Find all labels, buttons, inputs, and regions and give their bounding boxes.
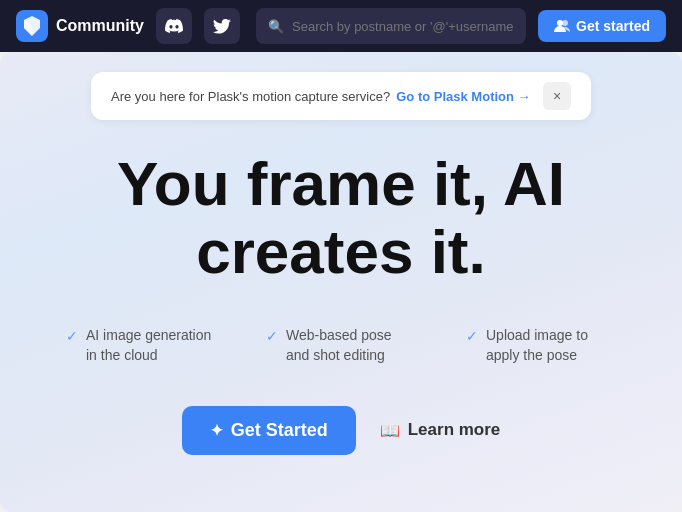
book-icon: 📖 [380,421,400,440]
users-icon [554,18,570,34]
close-icon: × [553,88,561,104]
feature-item-1: ✓ AI image generation in the cloud [66,326,216,365]
hero-line2: creates it. [196,217,486,286]
check-icon-3: ✓ [466,328,478,344]
banner-close-button[interactable]: × [543,82,571,110]
get-started-nav-button[interactable]: Get started [538,10,666,42]
search-bar[interactable]: 🔍 [256,8,526,44]
hero-heading: You frame it, AI creates it. [117,150,565,286]
banner-link[interactable]: Go to Plask Motion → [396,89,530,104]
feature-item-3: ✓ Upload image to apply the pose [466,326,616,365]
feature-text-1: AI image generation in the cloud [86,326,216,365]
motion-capture-banner: Are you here for Plask's motion capture … [91,72,591,120]
get-started-nav-label: Get started [576,18,650,34]
feature-text-2: Web-based pose and shot editing [286,326,416,365]
banner-text: Are you here for Plask's motion capture … [111,89,531,104]
sparkle-icon: ✦ [210,421,223,440]
logo: Community [16,10,144,42]
discord-button[interactable] [156,8,192,44]
feature-item-2: ✓ Web-based pose and shot editing [266,326,416,365]
learn-more-button[interactable]: 📖 Learn more [380,420,501,440]
site-title: Community [56,17,144,35]
hero-line1: You frame it, AI [117,149,565,218]
get-started-main-button[interactable]: ✦ Get Started [182,406,356,455]
hero-section: Are you here for Plask's motion capture … [0,52,682,512]
banner-question: Are you here for Plask's motion capture … [111,89,390,104]
twitter-button[interactable] [204,8,240,44]
svg-point-2 [562,20,568,26]
check-icon-2: ✓ [266,328,278,344]
learn-more-label: Learn more [408,420,501,440]
navbar: Community 🔍 Get started [0,0,682,52]
features-list: ✓ AI image generation in the cloud ✓ Web… [66,326,616,365]
search-icon: 🔍 [268,19,284,34]
check-icon-1: ✓ [66,328,78,344]
feature-text-3: Upload image to apply the pose [486,326,616,365]
search-input[interactable] [292,19,514,34]
cta-row: ✦ Get Started 📖 Learn more [182,406,501,455]
plask-logo-icon [16,10,48,42]
get-started-main-label: Get Started [231,420,328,441]
